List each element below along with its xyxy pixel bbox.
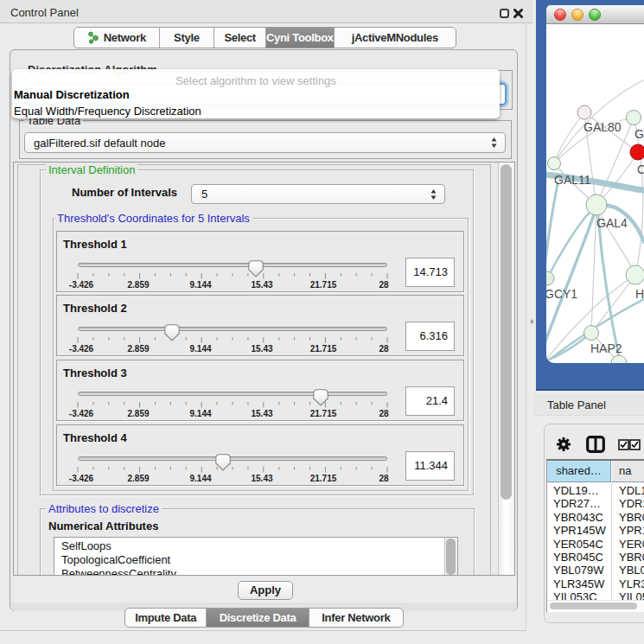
svg-text:HI: HI bbox=[635, 287, 644, 301]
svg-text:GA: GA bbox=[634, 127, 644, 141]
svg-text:CD: CD bbox=[637, 163, 644, 176]
svg-text:GCY1: GCY1 bbox=[546, 287, 577, 301]
svg-text:GAL11: GAL11 bbox=[554, 173, 591, 187]
svg-text:GAL80: GAL80 bbox=[583, 120, 622, 134]
svg-text:HAP2: HAP2 bbox=[590, 341, 622, 355]
svg-text:GAL4: GAL4 bbox=[596, 216, 628, 230]
